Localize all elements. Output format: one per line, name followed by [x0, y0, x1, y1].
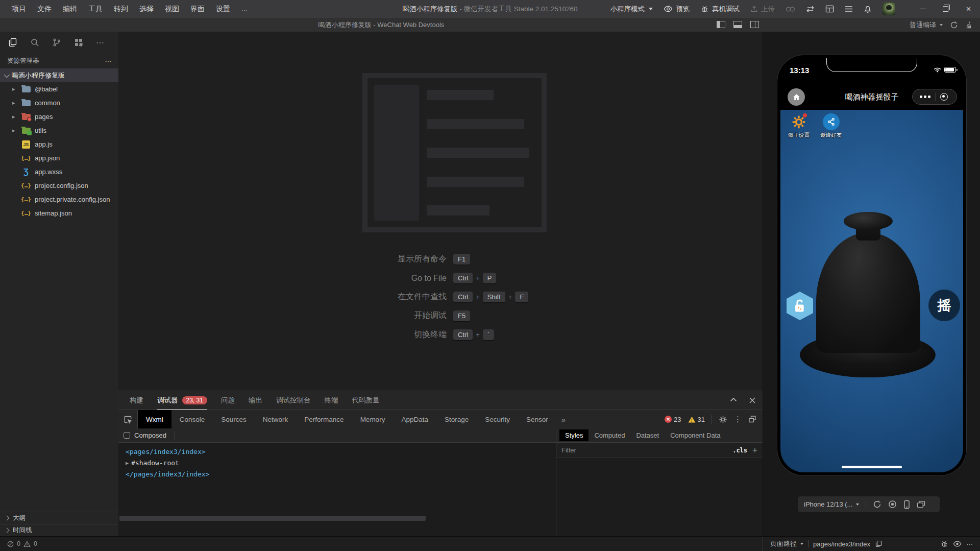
copy-path-icon[interactable] — [875, 540, 882, 547]
file-tree-item[interactable]: ▸ sitemap.json — [0, 206, 118, 220]
extensions-icon[interactable] — [74, 38, 83, 47]
hamburger-menu-icon[interactable] — [845, 6, 853, 12]
toggle-split-icon[interactable] — [750, 21, 759, 28]
device-selector[interactable]: iPhone 12/13 (... — [804, 500, 859, 508]
undock-devtools-icon[interactable] — [748, 415, 756, 423]
devtools-settings-gear-icon[interactable] — [719, 415, 727, 424]
styles-filter-input[interactable] — [561, 446, 727, 454]
home-button[interactable] — [788, 88, 805, 106]
menu-item[interactable]: 工具 — [84, 0, 107, 18]
timeline-section[interactable]: 时间线 — [0, 524, 118, 536]
styles-tab[interactable]: Computed — [589, 429, 630, 441]
multi-window-icon[interactable] — [917, 500, 925, 508]
outline-section[interactable]: 大纲 — [0, 512, 118, 524]
compile-mode-dropdown[interactable]: 普通编译 — [910, 20, 943, 30]
menu-item[interactable]: 文件 — [33, 0, 56, 18]
file-tree-item[interactable]: ▸ project.config.json — [0, 179, 118, 193]
problems-status[interactable]: 0 0 — [0, 537, 37, 551]
user-avatar[interactable] — [883, 3, 895, 15]
page-path-dropdown[interactable]: 页面路径 — [770, 539, 803, 548]
menu-item[interactable]: 项目 — [7, 0, 31, 18]
toggle-sidebar-icon[interactable] — [717, 21, 725, 28]
file-tree-item[interactable]: ▸ @babel — [0, 82, 118, 96]
devtools-tab[interactable]: Console — [172, 410, 213, 428]
file-tree-item[interactable]: ▸ pages — [0, 110, 118, 124]
file-tree-item[interactable]: ▸ common — [0, 96, 118, 110]
styles-tab[interactable]: Component Data — [665, 429, 726, 441]
menu-item[interactable]: 界面 — [186, 0, 209, 18]
invite-friends-button[interactable]: 邀请好友 — [819, 113, 843, 139]
project-root-item[interactable]: 喝酒小程序修复版 — [0, 68, 118, 82]
panel-tab[interactable]: 构建 — [130, 391, 143, 410]
file-tree-item[interactable]: ▸ utils — [0, 124, 118, 137]
git-branch-icon[interactable] — [52, 38, 61, 47]
composed-checkbox[interactable] — [124, 432, 130, 439]
layout-panels-icon[interactable] — [825, 5, 834, 13]
new-style-rule-button[interactable]: + — [752, 445, 757, 456]
exit-minimize-button[interactable] — [940, 93, 948, 101]
menu-item[interactable]: 编辑 — [58, 0, 82, 18]
devtools-tab[interactable]: Network — [255, 410, 297, 428]
devtools-tab[interactable]: AppData — [393, 410, 436, 428]
remote-debug-button[interactable]: 真机调试 — [700, 5, 740, 14]
link-icon[interactable] — [786, 6, 795, 12]
shake-button[interactable]: 摇 — [928, 290, 960, 321]
file-tree-item[interactable]: ▸ app.json — [0, 151, 118, 165]
menu-item[interactable]: 视图 — [160, 0, 184, 18]
file-tree-item[interactable]: ▸ app.js — [0, 137, 118, 151]
toggle-panel-icon[interactable] — [733, 21, 742, 28]
preview-button[interactable]: 预览 — [664, 5, 690, 14]
explorer-icon[interactable] — [8, 38, 17, 47]
more-options-button[interactable] — [920, 95, 930, 98]
expand-arrow-icon[interactable]: ▶ — [126, 458, 129, 469]
menu-item[interactable]: 设置 — [211, 0, 235, 18]
explorer-more-icon[interactable] — [105, 57, 112, 65]
dom-close-tag[interactable]: </pages/index3/index> — [126, 469, 556, 480]
recompile-icon[interactable] — [950, 21, 958, 29]
dom-open-tag[interactable]: <pages/index3/index> — [126, 446, 556, 458]
panel-tab[interactable]: 终端 — [324, 391, 338, 410]
panel-tab[interactable]: 问题 — [221, 391, 235, 410]
file-tree-item[interactable]: ▸ project.private.config.json — [0, 193, 118, 206]
dice-shaker[interactable] — [799, 212, 937, 380]
panel-tab[interactable]: 调试控制台 — [276, 391, 311, 410]
styles-tab[interactable]: Styles — [559, 429, 589, 441]
compile-swap-icon[interactable] — [806, 6, 815, 13]
menu-item[interactable]: 选择 — [135, 0, 158, 18]
record-stop-icon[interactable] — [888, 500, 897, 509]
panel-tab[interactable]: 代码质量 — [352, 391, 379, 410]
search-icon[interactable] — [30, 38, 39, 47]
minimize-button[interactable] — [911, 0, 934, 18]
close-button[interactable]: × — [957, 0, 980, 18]
devtools-tab[interactable]: Security — [477, 410, 518, 428]
devtools-tab[interactable]: Sources — [213, 410, 255, 428]
more-actions-icon[interactable] — [96, 38, 104, 47]
horizontal-scrollbar[interactable] — [119, 516, 426, 521]
collapse-panel-icon[interactable] — [730, 397, 737, 402]
panel-tab[interactable]: 输出 — [249, 391, 262, 410]
inspect-element-icon[interactable] — [118, 410, 138, 428]
close-panel-icon[interactable] — [749, 397, 755, 403]
menu-item[interactable]: ... — [237, 0, 252, 18]
more-tabs-icon[interactable] — [556, 410, 571, 428]
devtools-tab[interactable]: Storage — [436, 410, 477, 428]
restore-button[interactable] — [934, 0, 957, 18]
status-more-icon[interactable] — [966, 540, 973, 548]
toggle-class-button[interactable]: .cls — [732, 447, 747, 454]
mode-dropdown[interactable]: 小程序模式 — [610, 5, 653, 14]
phone-mode-icon[interactable] — [903, 500, 910, 509]
debug-bug-icon[interactable] — [940, 540, 948, 548]
file-tree-item[interactable]: ▸ app.wxss — [0, 165, 118, 179]
devtools-tab[interactable]: Memory — [352, 410, 394, 428]
dom-shadow-root[interactable]: ▶#shadow-root — [126, 458, 556, 469]
devtools-tab[interactable]: Sensor — [518, 410, 556, 428]
notifications-bell-icon[interactable] — [864, 5, 872, 13]
clear-cache-icon[interactable] — [965, 21, 973, 29]
rotate-refresh-icon[interactable] — [873, 500, 881, 509]
dice-settings-button[interactable]: 骰子设置 — [787, 113, 811, 139]
devtools-tab[interactable]: Wxml — [138, 410, 172, 428]
visibility-eye-icon[interactable] — [953, 541, 962, 547]
devtools-more-icon[interactable] — [734, 415, 742, 424]
menu-item[interactable]: 转到 — [109, 0, 133, 18]
upload-button[interactable]: 上传 — [750, 5, 775, 14]
